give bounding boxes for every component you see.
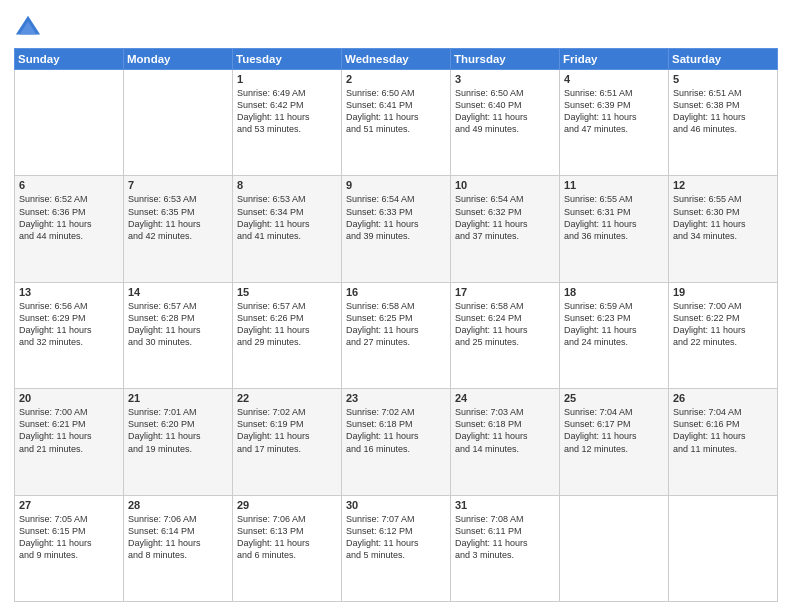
day-content: Sunrise: 6:55 AM Sunset: 6:31 PM Dayligh… (564, 193, 664, 242)
day-content: Sunrise: 6:54 AM Sunset: 6:33 PM Dayligh… (346, 193, 446, 242)
day-number: 11 (564, 179, 664, 191)
day-content: Sunrise: 6:50 AM Sunset: 6:41 PM Dayligh… (346, 87, 446, 136)
header (14, 10, 778, 42)
day-content: Sunrise: 6:52 AM Sunset: 6:36 PM Dayligh… (19, 193, 119, 242)
day-number: 19 (673, 286, 773, 298)
calendar-cell: 19Sunrise: 7:00 AM Sunset: 6:22 PM Dayli… (669, 282, 778, 388)
calendar-cell: 29Sunrise: 7:06 AM Sunset: 6:13 PM Dayli… (233, 495, 342, 601)
day-content: Sunrise: 7:02 AM Sunset: 6:18 PM Dayligh… (346, 406, 446, 455)
day-number: 13 (19, 286, 119, 298)
calendar-cell: 8Sunrise: 6:53 AM Sunset: 6:34 PM Daylig… (233, 176, 342, 282)
day-number: 4 (564, 73, 664, 85)
calendar-cell: 1Sunrise: 6:49 AM Sunset: 6:42 PM Daylig… (233, 70, 342, 176)
calendar-cell: 7Sunrise: 6:53 AM Sunset: 6:35 PM Daylig… (124, 176, 233, 282)
calendar-cell: 9Sunrise: 6:54 AM Sunset: 6:33 PM Daylig… (342, 176, 451, 282)
day-content: Sunrise: 6:58 AM Sunset: 6:24 PM Dayligh… (455, 300, 555, 349)
day-number: 1 (237, 73, 337, 85)
day-content: Sunrise: 6:57 AM Sunset: 6:28 PM Dayligh… (128, 300, 228, 349)
calendar-cell: 27Sunrise: 7:05 AM Sunset: 6:15 PM Dayli… (15, 495, 124, 601)
calendar-cell: 23Sunrise: 7:02 AM Sunset: 6:18 PM Dayli… (342, 389, 451, 495)
day-content: Sunrise: 6:50 AM Sunset: 6:40 PM Dayligh… (455, 87, 555, 136)
day-content: Sunrise: 6:51 AM Sunset: 6:38 PM Dayligh… (673, 87, 773, 136)
calendar-cell: 2Sunrise: 6:50 AM Sunset: 6:41 PM Daylig… (342, 70, 451, 176)
day-number: 17 (455, 286, 555, 298)
day-content: Sunrise: 7:05 AM Sunset: 6:15 PM Dayligh… (19, 513, 119, 562)
calendar-cell: 22Sunrise: 7:02 AM Sunset: 6:19 PM Dayli… (233, 389, 342, 495)
day-content: Sunrise: 7:04 AM Sunset: 6:17 PM Dayligh… (564, 406, 664, 455)
day-content: Sunrise: 7:06 AM Sunset: 6:14 PM Dayligh… (128, 513, 228, 562)
day-content: Sunrise: 6:57 AM Sunset: 6:26 PM Dayligh… (237, 300, 337, 349)
day-number: 23 (346, 392, 446, 404)
weekday-header: Monday (124, 49, 233, 70)
calendar-cell: 25Sunrise: 7:04 AM Sunset: 6:17 PM Dayli… (560, 389, 669, 495)
day-content: Sunrise: 7:04 AM Sunset: 6:16 PM Dayligh… (673, 406, 773, 455)
calendar-cell: 18Sunrise: 6:59 AM Sunset: 6:23 PM Dayli… (560, 282, 669, 388)
calendar-cell (669, 495, 778, 601)
calendar-cell: 24Sunrise: 7:03 AM Sunset: 6:18 PM Dayli… (451, 389, 560, 495)
calendar-cell: 20Sunrise: 7:00 AM Sunset: 6:21 PM Dayli… (15, 389, 124, 495)
calendar-cell: 26Sunrise: 7:04 AM Sunset: 6:16 PM Dayli… (669, 389, 778, 495)
day-number: 3 (455, 73, 555, 85)
day-content: Sunrise: 7:03 AM Sunset: 6:18 PM Dayligh… (455, 406, 555, 455)
day-content: Sunrise: 6:56 AM Sunset: 6:29 PM Dayligh… (19, 300, 119, 349)
day-number: 7 (128, 179, 228, 191)
day-content: Sunrise: 6:53 AM Sunset: 6:35 PM Dayligh… (128, 193, 228, 242)
day-number: 22 (237, 392, 337, 404)
page: SundayMondayTuesdayWednesdayThursdayFrid… (0, 0, 792, 612)
day-number: 14 (128, 286, 228, 298)
day-content: Sunrise: 6:58 AM Sunset: 6:25 PM Dayligh… (346, 300, 446, 349)
calendar-cell (15, 70, 124, 176)
weekday-header: Friday (560, 49, 669, 70)
calendar-cell (124, 70, 233, 176)
calendar-cell: 3Sunrise: 6:50 AM Sunset: 6:40 PM Daylig… (451, 70, 560, 176)
day-content: Sunrise: 7:00 AM Sunset: 6:21 PM Dayligh… (19, 406, 119, 455)
day-content: Sunrise: 7:08 AM Sunset: 6:11 PM Dayligh… (455, 513, 555, 562)
day-content: Sunrise: 7:06 AM Sunset: 6:13 PM Dayligh… (237, 513, 337, 562)
calendar-cell: 16Sunrise: 6:58 AM Sunset: 6:25 PM Dayli… (342, 282, 451, 388)
day-content: Sunrise: 7:02 AM Sunset: 6:19 PM Dayligh… (237, 406, 337, 455)
day-number: 30 (346, 499, 446, 511)
day-number: 24 (455, 392, 555, 404)
calendar-cell: 11Sunrise: 6:55 AM Sunset: 6:31 PM Dayli… (560, 176, 669, 282)
day-content: Sunrise: 6:55 AM Sunset: 6:30 PM Dayligh… (673, 193, 773, 242)
day-content: Sunrise: 7:01 AM Sunset: 6:20 PM Dayligh… (128, 406, 228, 455)
weekday-header: Wednesday (342, 49, 451, 70)
calendar-cell (560, 495, 669, 601)
calendar-week-row: 1Sunrise: 6:49 AM Sunset: 6:42 PM Daylig… (15, 70, 778, 176)
day-number: 20 (19, 392, 119, 404)
day-number: 18 (564, 286, 664, 298)
weekday-header-row: SundayMondayTuesdayWednesdayThursdayFrid… (15, 49, 778, 70)
day-number: 2 (346, 73, 446, 85)
calendar-week-row: 13Sunrise: 6:56 AM Sunset: 6:29 PM Dayli… (15, 282, 778, 388)
calendar-cell: 5Sunrise: 6:51 AM Sunset: 6:38 PM Daylig… (669, 70, 778, 176)
day-content: Sunrise: 6:51 AM Sunset: 6:39 PM Dayligh… (564, 87, 664, 136)
day-number: 31 (455, 499, 555, 511)
calendar-cell: 10Sunrise: 6:54 AM Sunset: 6:32 PM Dayli… (451, 176, 560, 282)
day-number: 26 (673, 392, 773, 404)
day-content: Sunrise: 6:49 AM Sunset: 6:42 PM Dayligh… (237, 87, 337, 136)
day-number: 27 (19, 499, 119, 511)
weekday-header: Tuesday (233, 49, 342, 70)
calendar-cell: 21Sunrise: 7:01 AM Sunset: 6:20 PM Dayli… (124, 389, 233, 495)
day-number: 12 (673, 179, 773, 191)
calendar-cell: 4Sunrise: 6:51 AM Sunset: 6:39 PM Daylig… (560, 70, 669, 176)
calendar-cell: 31Sunrise: 7:08 AM Sunset: 6:11 PM Dayli… (451, 495, 560, 601)
calendar-cell: 28Sunrise: 7:06 AM Sunset: 6:14 PM Dayli… (124, 495, 233, 601)
day-number: 25 (564, 392, 664, 404)
day-content: Sunrise: 7:00 AM Sunset: 6:22 PM Dayligh… (673, 300, 773, 349)
day-number: 28 (128, 499, 228, 511)
calendar-cell: 15Sunrise: 6:57 AM Sunset: 6:26 PM Dayli… (233, 282, 342, 388)
weekday-header: Saturday (669, 49, 778, 70)
day-number: 5 (673, 73, 773, 85)
day-content: Sunrise: 6:53 AM Sunset: 6:34 PM Dayligh… (237, 193, 337, 242)
day-number: 15 (237, 286, 337, 298)
day-number: 21 (128, 392, 228, 404)
day-number: 9 (346, 179, 446, 191)
day-content: Sunrise: 7:07 AM Sunset: 6:12 PM Dayligh… (346, 513, 446, 562)
calendar-cell: 17Sunrise: 6:58 AM Sunset: 6:24 PM Dayli… (451, 282, 560, 388)
logo (14, 14, 46, 42)
day-number: 29 (237, 499, 337, 511)
day-number: 8 (237, 179, 337, 191)
calendar-cell: 30Sunrise: 7:07 AM Sunset: 6:12 PM Dayli… (342, 495, 451, 601)
calendar-table: SundayMondayTuesdayWednesdayThursdayFrid… (14, 48, 778, 602)
